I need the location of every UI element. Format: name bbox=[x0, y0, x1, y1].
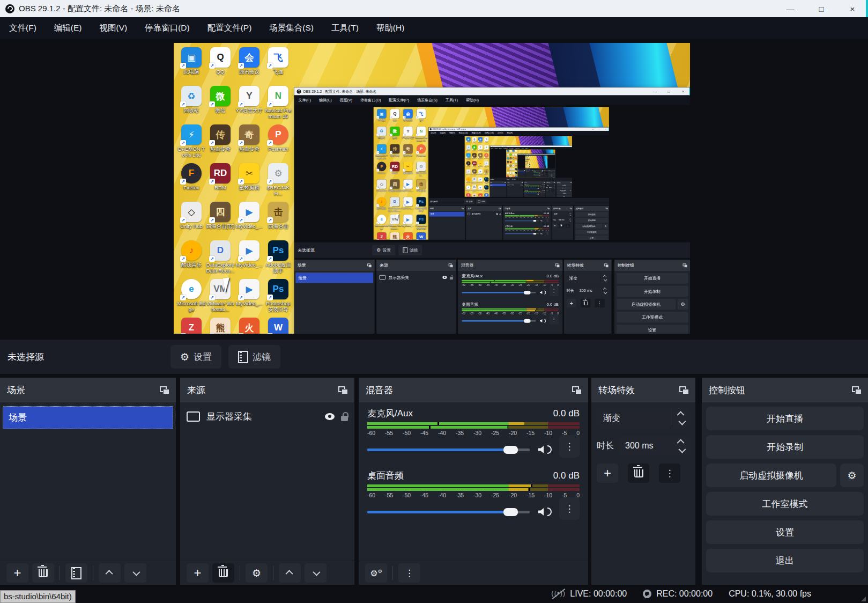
desktop-icon[interactable]: W bbox=[414, 232, 428, 240]
spinner-chevrons[interactable] bbox=[547, 173, 547, 173]
volume-slider-handle[interactable] bbox=[539, 176, 540, 177]
duration-spinner[interactable]: 300 ms bbox=[548, 187, 555, 189]
desktop-icon[interactable]: eMicrosoft Edge bbox=[177, 279, 206, 313]
desktop-icon[interactable]: RDRDM bbox=[471, 161, 477, 167]
channel-options-button[interactable]: ⋮ bbox=[550, 314, 559, 325]
volume-slider-handle[interactable] bbox=[539, 173, 540, 174]
remove-transition-button[interactable] bbox=[628, 464, 649, 483]
desktop-icon[interactable]: ✂蜜蜂剪辑 bbox=[235, 163, 264, 191]
menu-item-6[interactable]: 工具(T) bbox=[446, 98, 458, 103]
remove-scene-button[interactable] bbox=[32, 563, 54, 583]
source-filters-button[interactable]: 滤镜 bbox=[228, 345, 280, 369]
desktop-icon[interactable]: 微微信 bbox=[206, 86, 235, 114]
channel-options-button[interactable]: ⋮ bbox=[545, 218, 549, 223]
popout-icon[interactable] bbox=[449, 263, 453, 267]
desktop-icon[interactable]: PPostman bbox=[484, 153, 489, 159]
sources-dock-header[interactable]: 来源 bbox=[466, 206, 502, 211]
popout-icon[interactable] bbox=[683, 263, 687, 267]
volume-slider-handle[interactable] bbox=[524, 319, 530, 323]
menu-item-1[interactable]: 编辑(E) bbox=[319, 98, 332, 103]
volume-slider[interactable] bbox=[367, 448, 530, 451]
speaker-icon[interactable] bbox=[540, 319, 544, 322]
desktop-icon[interactable]: 奇热血传奇 bbox=[402, 144, 415, 157]
volume-slider-handle[interactable] bbox=[538, 194, 539, 194]
scene-list-item-selected[interactable]: 场景 bbox=[3, 406, 173, 429]
desktop-icon[interactable]: PsPhotoshop 安装向导 bbox=[264, 279, 293, 313]
menu-item-0[interactable]: 文件(F) bbox=[491, 148, 493, 149]
start-virtual-camera-button[interactable]: 启动虚拟摄像机 bbox=[617, 299, 676, 310]
menu-item-7[interactable]: 帮助(H) bbox=[466, 98, 479, 103]
channel-options-button[interactable]: ⋮ bbox=[543, 187, 545, 189]
studio-mode-button[interactable]: 工作室模式 bbox=[557, 192, 572, 194]
desktop-icon[interactable]: 微微信 bbox=[388, 127, 402, 139]
desktop-icon[interactable]: 火 bbox=[235, 318, 264, 334]
popout-icon[interactable] bbox=[522, 182, 523, 182]
desktop-icon[interactable]: 飞飞连 bbox=[414, 109, 428, 122]
scene-list-item-selected[interactable]: 场景 bbox=[518, 171, 525, 172]
desktop-icon[interactable]: 击四海合击 bbox=[515, 165, 517, 167]
maximize-button[interactable]: □ bbox=[806, 0, 837, 17]
select-chevrons[interactable] bbox=[672, 411, 690, 425]
start-virtual-camera-button[interactable]: 启动虚拟摄像机 bbox=[706, 464, 836, 487]
start-streaming-button[interactable]: 开始直播 bbox=[557, 184, 572, 186]
desktop-icon[interactable]: ⚡DAEMON Tools Lite bbox=[375, 144, 388, 160]
menu-item-6[interactable]: 工具(T) bbox=[521, 148, 524, 149]
start-virtual-camera-button[interactable]: 启动虚拟摄像机 bbox=[575, 224, 603, 229]
source-filters-button[interactable]: 滤镜 bbox=[511, 178, 516, 180]
desktop-icon[interactable]: ♻回收站 bbox=[465, 145, 471, 151]
transition-options-button[interactable]: ⋮ bbox=[566, 224, 570, 227]
desktop-icon[interactable]: PPostman bbox=[414, 144, 428, 157]
desktop-icon[interactable]: NNavicat Premium 15 bbox=[264, 86, 293, 120]
desktop-icon[interactable]: RDRDM bbox=[388, 162, 402, 175]
desktop-icon[interactable]: PPostman bbox=[264, 124, 293, 152]
popout-icon[interactable] bbox=[555, 263, 560, 267]
spinner-chevrons[interactable] bbox=[568, 219, 572, 222]
scene-list-item-selected[interactable]: 场景 bbox=[295, 273, 373, 283]
popout-icon[interactable] bbox=[852, 386, 861, 394]
source-list-item[interactable]: 显示器采集 bbox=[376, 272, 456, 283]
desktop-icon[interactable]: 飞飞连 bbox=[264, 47, 293, 75]
desktop-icon[interactable]: eMicrosoft Edge bbox=[375, 215, 388, 230]
menu-item-0[interactable]: 文件(F) bbox=[9, 23, 36, 34]
popout-icon[interactable] bbox=[462, 208, 464, 209]
desktop-icon[interactable]: ⚙$RECJ4KH... bbox=[264, 163, 293, 197]
virtual-camera-settings-button[interactable]: ⚙ bbox=[569, 189, 572, 192]
popout-icon[interactable] bbox=[570, 182, 572, 182]
select-chevrons[interactable] bbox=[568, 213, 572, 216]
resize-grip[interactable] bbox=[861, 597, 866, 601]
popout-icon[interactable] bbox=[570, 208, 572, 209]
menu-item-2[interactable]: 视图(V) bbox=[340, 98, 353, 103]
desktop-icon[interactable]: YYY语音大厅 bbox=[235, 86, 264, 114]
mixer-dock-header[interactable]: 混音器 bbox=[359, 378, 588, 402]
desktop-icon[interactable]: PsAdobe激活 助手 bbox=[264, 240, 293, 274]
studio-mode-button[interactable]: 工作室模式 bbox=[617, 312, 688, 322]
visibility-eye-icon[interactable] bbox=[521, 185, 522, 185]
transition-options-button[interactable]: ⋮ bbox=[552, 189, 554, 191]
popout-icon[interactable] bbox=[499, 208, 501, 209]
channel-options-button[interactable]: ⋮ bbox=[559, 497, 580, 520]
desktop-icon[interactable]: W bbox=[484, 193, 489, 196]
mixer-dock-header[interactable]: 混音器 bbox=[458, 260, 562, 271]
desktop-icon[interactable]: ▶MyVideo_... bbox=[235, 202, 264, 230]
menu-item-4[interactable]: 配置文件(P) bbox=[207, 23, 252, 34]
volume-slider[interactable] bbox=[367, 511, 530, 513]
desktop-icon[interactable]: PsAdobe激活 助手 bbox=[515, 168, 517, 172]
start-virtual-camera-button[interactable]: 启动虚拟摄像机 bbox=[557, 189, 569, 192]
sources-dock-header[interactable]: 来源 bbox=[376, 260, 456, 271]
volume-slider[interactable] bbox=[462, 292, 536, 293]
volume-slider[interactable] bbox=[505, 220, 539, 221]
desktop-icon[interactable]: ♻回收站 bbox=[177, 86, 206, 114]
popout-icon[interactable] bbox=[679, 386, 688, 394]
speaker-icon[interactable] bbox=[540, 291, 544, 294]
start-virtual-camera-button[interactable]: 启动虚拟摄像机 bbox=[548, 174, 554, 175]
scenes-dock-header[interactable]: 场景 bbox=[294, 260, 375, 271]
minimize-button[interactable]: — bbox=[590, 127, 596, 131]
desktop-icon[interactable]: ▶MyVideo_... bbox=[235, 279, 264, 307]
start-recording-button[interactable]: 开始录制 bbox=[706, 435, 864, 459]
menu-item-0[interactable]: 文件(F) bbox=[299, 98, 311, 103]
add-scene-button[interactable]: + bbox=[6, 563, 28, 583]
transitions-dock-header[interactable]: 转场特效 bbox=[564, 260, 611, 271]
desktop-icon[interactable]: eMicrosoft Edge bbox=[465, 185, 471, 192]
channel-options-button[interactable]: ⋮ bbox=[545, 231, 549, 236]
controls-dock-header[interactable]: 控制按钮 bbox=[702, 378, 868, 402]
